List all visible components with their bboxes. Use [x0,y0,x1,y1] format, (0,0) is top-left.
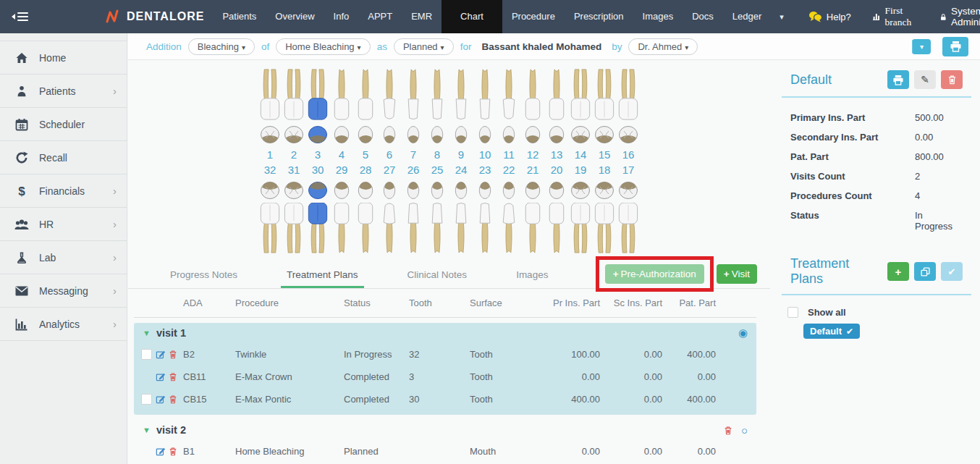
select-visit-icon[interactable]: ◉ [738,326,748,339]
sidebar-item-scheduler[interactable]: Scheduler [0,108,127,141]
tooth-1-occlusal[interactable] [258,122,282,147]
tooth-15-facial[interactable] [593,67,617,122]
tooth-number-19[interactable]: 19 [569,163,593,177]
tooth-number-23[interactable]: 23 [473,163,497,177]
confirm-plan-button[interactable]: ✔ [941,262,963,281]
tab-clinical-notes[interactable]: Clinical Notes [402,269,473,288]
tooth-15-occlusal[interactable] [593,122,617,147]
tooth-8-occlusal[interactable] [426,122,449,147]
tooth-30-occlusal[interactable] [306,178,330,203]
tooth-number-28[interactable]: 28 [354,163,378,177]
row-checkbox[interactable] [141,394,152,405]
row-checkbox[interactable] [141,349,152,360]
collapse-caret-icon[interactable]: ▼ [143,426,151,434]
tooth-number-32[interactable]: 32 [258,163,282,177]
sidebar-item-recall[interactable]: Recall [0,141,127,174]
delete-row-button[interactable] [169,395,177,404]
tooth-20-facial[interactable] [545,203,569,255]
tooth-number-4[interactable]: 4 [330,148,354,162]
tooth-number-14[interactable]: 14 [569,148,593,162]
tooth-11-facial[interactable] [497,67,521,122]
tooth-32-occlusal[interactable] [258,178,282,203]
brand[interactable]: DENTALORE [104,8,204,25]
tooth-18-occlusal[interactable] [593,178,617,203]
tooth-14-occlusal[interactable] [569,122,593,147]
tooth-16-occlusal[interactable] [617,122,641,147]
tooth-26-occlusal[interactable] [402,178,426,203]
sidebar-item-patients[interactable]: Patients› [0,75,127,108]
pre-authorization-button[interactable]: +Pre-Authorization [605,264,704,284]
edit-plan-button[interactable]: ✎ [914,70,936,89]
tooth-31-facial[interactable] [282,203,306,255]
tooth-10-facial[interactable] [473,67,497,122]
tooth-24-occlusal[interactable] [449,178,473,203]
tooth-21-occlusal[interactable] [521,178,545,203]
more-menu-caret[interactable]: ▾ [771,12,793,22]
tooth-4-occlusal[interactable] [330,122,354,147]
tooth-13-facial[interactable] [545,67,569,122]
tooth-number-31[interactable]: 31 [282,163,306,177]
tooth-9-occlusal[interactable] [449,122,473,147]
sidexis-caret-icon[interactable]: ▾ [912,39,931,54]
plan-default-badge[interactable]: Default ✔ [803,324,860,339]
nav-item-appt[interactable]: APPT [358,0,402,33]
edit-row-button[interactable] [156,350,166,359]
tooth-25-occlusal[interactable] [426,178,449,203]
nav-item-procedure[interactable]: Procedure [502,0,565,33]
sidebar-item-messaging[interactable]: Messaging› [0,274,127,308]
tooth-number-3[interactable]: 3 [306,148,330,162]
nav-item-emr[interactable]: EMR [402,0,442,33]
planned-dropdown[interactable]: Planned▾ [394,38,454,55]
sidebar-item-lab[interactable]: Lab› [0,241,127,274]
tooth-number-12[interactable]: 12 [521,148,545,162]
tooth-number-15[interactable]: 15 [593,148,617,162]
user-menu[interactable]: System Administrator ▾ [940,6,980,28]
tooth-number-29[interactable]: 29 [330,163,354,177]
tooth-2-facial[interactable] [282,67,306,122]
nav-item-info[interactable]: Info [324,0,359,33]
tooth-number-9[interactable]: 9 [449,148,473,162]
tooth-17-facial[interactable] [617,203,641,255]
dr-ahmed-dropdown[interactable]: Dr. Ahmed▾ [628,38,698,55]
tooth-31-occlusal[interactable] [282,178,306,203]
tooth-number-25[interactable]: 25 [426,163,449,177]
tooth-7-occlusal[interactable] [402,122,426,147]
delete-row-button[interactable] [169,350,177,359]
print-plan-button[interactable] [887,70,909,89]
tooth-32-facial[interactable] [258,203,282,255]
tooth-number-26[interactable]: 26 [402,163,426,177]
branch-selector[interactable]: First branch [873,5,916,28]
tooth-28-occlusal[interactable] [354,178,378,203]
select-visit-icon[interactable]: ○ [741,424,748,436]
tooth-22-facial[interactable] [497,203,521,255]
tooth-number-8[interactable]: 8 [426,148,449,162]
tooth-23-facial[interactable] [473,203,497,255]
tooth-number-30[interactable]: 30 [306,163,330,177]
tooth-5-facial[interactable] [354,67,378,122]
tooth-number-16[interactable]: 16 [617,148,641,162]
tooth-10-occlusal[interactable] [473,122,497,147]
sidebar-collapse-button[interactable] [12,10,28,23]
tooth-23-occlusal[interactable] [473,178,497,203]
tab-images[interactable]: Images [510,269,554,288]
tooth-4-facial[interactable] [330,67,354,122]
tooth-27-occlusal[interactable] [378,178,402,203]
tab-treatment-plans[interactable]: Treatment Plans [281,269,364,288]
tooth-number-22[interactable]: 22 [497,163,521,177]
tooth-number-24[interactable]: 24 [449,163,473,177]
collapse-caret-icon[interactable]: ▼ [143,329,151,337]
nav-item-images[interactable]: Images [633,0,683,33]
delete-visit-button[interactable] [724,426,732,435]
tooth-number-20[interactable]: 20 [545,163,569,177]
tab-progress-notes[interactable]: Progress Notes [164,269,243,288]
tooth-18-facial[interactable] [593,203,617,255]
show-all-checkbox[interactable] [787,307,798,318]
copy-plan-button[interactable] [914,262,936,281]
tooth-3-occlusal[interactable] [306,122,330,147]
tooth-16-facial[interactable] [617,67,641,122]
help-button[interactable]: Help? [808,11,851,22]
tooth-number-1[interactable]: 1 [258,148,282,162]
tooth-9-facial[interactable] [449,67,473,122]
tooth-25-facial[interactable] [426,203,449,255]
tooth-7-facial[interactable] [402,67,426,122]
